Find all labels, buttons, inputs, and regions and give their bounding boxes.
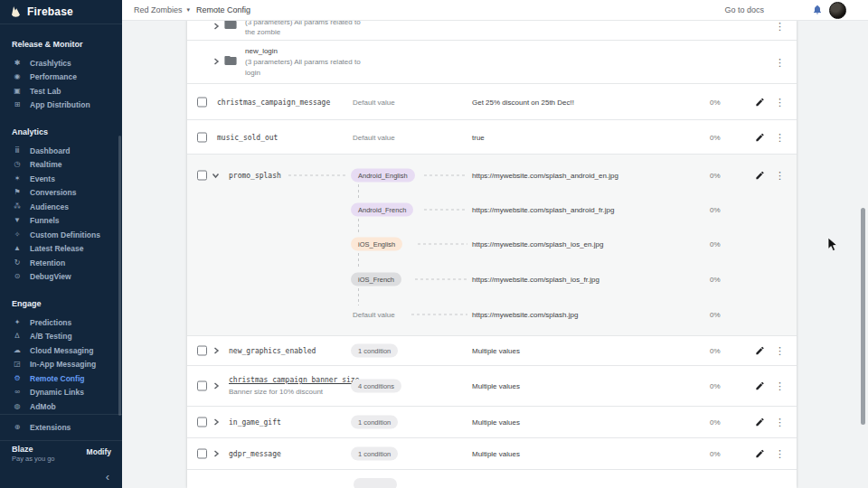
sidebar-item-label: Dashboard [30,146,70,155]
dashed-connector [288,175,346,176]
sidebar-item-dashboard[interactable]: ⅲ Dashboard [0,144,122,158]
sidebar-item-funnels[interactable]: ▼ Funnels [0,214,122,229]
sidebar-item-ab-testing[interactable]: ∆ A/B Testing [0,330,122,344]
sidebar-item-label: App Distribution [30,100,90,109]
sidebar-item-events[interactable]: ✶ Events [0,172,122,186]
edit-pencil-icon[interactable] [755,346,765,356]
overflow-menu-icon[interactable]: ⋮ [775,381,784,391]
row-checkbox[interactable] [197,171,207,181]
condition-pill-android-english: Android_English [351,169,415,183]
chevron-right-icon[interactable] [212,347,220,354]
dashed-connector-vertical [358,184,359,200]
modify-plan-button[interactable]: Modify [87,447,111,456]
fetch-percent: 0% [710,133,721,141]
sidebar-item-label: DebugView [30,272,71,281]
param-row-new-graphics-enabled: new_graphics_enabled 1 condition Multipl… [187,336,797,366]
dashboard-icon: ⅲ [12,147,23,155]
row-checkbox[interactable] [197,381,207,391]
crashlytics-icon: ✱ [12,60,23,67]
sidebar-item-label: A/B Testing [30,332,72,341]
dynamic-links-icon: ∞ [12,389,23,396]
user-avatar[interactable] [829,2,846,19]
overflow-menu-icon[interactable]: ⋮ [775,22,784,32]
edit-pencil-icon[interactable] [755,418,765,427]
default-value-label: Default value [353,311,395,319]
sidebar-scrollbar[interactable] [118,136,121,416]
firebase-logo-bar[interactable]: Firebase [0,0,122,24]
default-value-label: Default value [353,98,395,106]
remote-config-table: (3 parameters) All params related to the… [187,20,797,488]
sidebar-item-latest-release[interactable]: ▲ Latest Release [0,242,122,257]
edit-pencil-icon[interactable] [755,97,765,107]
project-selector[interactable]: Red Zombies ▾ [134,0,190,20]
edit-pencil-icon[interactable] [755,449,765,459]
test-lab-icon: ▣ [12,88,23,95]
param-name: promo_splash [229,172,281,180]
edit-pencil-icon[interactable] [755,171,765,181]
variant-value: https://mywebsite.com/splash_ios_en.jpg [472,240,603,249]
param-name-link[interactable]: christmas_campaign_banner_size [229,374,360,386]
sidebar-collapse-button[interactable]: ‹ [0,468,122,488]
sidebar-item-extensions[interactable]: ⊕ Extensions [0,414,122,440]
sidebar-item-conversions[interactable]: ⚑ Conversions [0,186,122,201]
go-to-docs-link[interactable]: Go to docs [724,0,764,20]
sidebar-item-retention[interactable]: ↻ Retention [0,256,122,270]
chevron-right-icon[interactable] [212,382,220,389]
sidebar-item-app-distribution[interactable]: ⊞ App Distribution [0,99,122,113]
sidebar-item-in-app-messaging[interactable]: ◲ In-App Messaging [0,358,122,372]
sidebar-item-performance[interactable]: ◉ Performance [0,70,122,85]
overflow-menu-icon[interactable]: ⋮ [775,449,784,459]
row-checkbox[interactable] [197,97,207,107]
overflow-menu-icon[interactable]: ⋮ [775,171,784,181]
overflow-menu-icon[interactable]: ⋮ [775,346,784,356]
main-scrollbar[interactable] [861,208,865,425]
overflow-menu-icon[interactable]: ⋮ [775,418,784,427]
overflow-menu-icon[interactable]: ⋮ [775,97,784,107]
sidebar-item-dynamic-links[interactable]: ∞ Dynamic Links [0,386,122,400]
row-checkbox[interactable] [197,132,207,142]
chevron-right-icon[interactable] [212,450,220,457]
sidebar-item-realtime[interactable]: ◷ Realtime [0,158,122,173]
sidebar-item-cloud-messaging[interactable]: ☁ Cloud Messaging [0,343,122,358]
debugview-icon: ⊙ [12,273,23,280]
dashed-connector [415,279,467,280]
overflow-menu-icon[interactable]: ⋮ [775,58,784,68]
fetch-percent: 0% [710,311,721,319]
sidebar-item-custom-definitions[interactable]: ✧ Custom Definitions [0,228,122,242]
sidebar-item-debugview[interactable]: ⊙ DebugView [0,270,122,285]
chevron-right-icon[interactable] [212,418,220,426]
condition-count-pill [354,478,397,488]
param-row-in-game-gift: in_game_gift 1 condition Multiple values… [187,407,797,438]
default-value-label: Default value [353,133,395,141]
group-description: login [245,68,361,79]
edit-pencil-icon[interactable] [755,132,765,142]
remote-config-icon: ⚙ [12,375,23,382]
row-checkbox[interactable] [197,449,207,459]
overflow-menu-icon[interactable]: ⋮ [775,132,784,142]
edit-pencil-icon[interactable] [755,381,765,391]
sidebar-item-label: Audiences [30,202,69,211]
sidebar-item-crashlytics[interactable]: ✱ Crashlytics [0,56,122,70]
chevron-right-icon[interactable] [212,23,220,30]
sidebar-item-test-lab[interactable]: ▣ Test Lab [0,84,122,99]
param-row-christmas-campaign-banner-size: christmas_campaign_banner_size Banner si… [187,366,797,407]
sidebar-item-label: Extensions [30,423,71,432]
chevron-right-icon[interactable] [212,58,220,65]
param-row-partial [187,470,797,488]
brand-name: Firebase [27,5,73,18]
section-header-engage: Engage [0,299,122,308]
row-checkbox[interactable] [197,346,207,356]
param-row-music-sold-out: music_sold_out Default value true 0% ⋮ [187,120,797,155]
row-checkbox[interactable] [197,418,207,427]
app-distribution-icon: ⊞ [12,101,23,108]
chevron-down-icon[interactable] [212,172,220,180]
sidebar-item-predictions[interactable]: ✦ Predictions [0,315,122,330]
sidebar-item-remote-config[interactable]: ⚙ Remote Config [0,371,122,386]
sidebar-item-admob[interactable]: ◍ AdMob [0,399,122,414]
variant-value: https://mywebsite.com/splash_android_en.… [472,172,618,180]
notifications-bell-icon[interactable] [812,4,823,15]
variant-value: https://mywebsite.com/splash_android_fr.… [472,206,614,214]
param-name: in_game_gift [229,418,281,427]
sidebar-item-audiences[interactable]: ⁂ Audiences [0,200,122,214]
dropdown-caret-icon: ▾ [187,6,191,14]
